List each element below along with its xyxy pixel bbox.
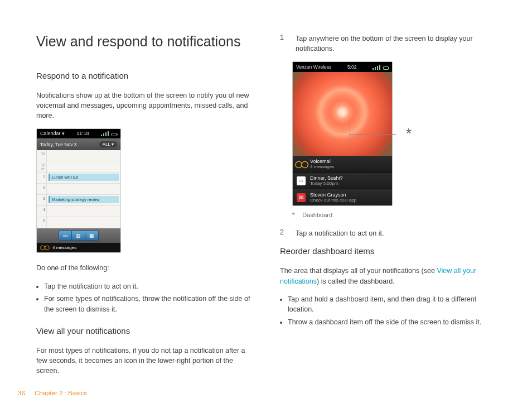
- page-number: 36: [18, 390, 25, 396]
- voicemail-icon: ◯◯: [297, 160, 306, 169]
- dashboard-item-text: Voicemail 4 messages: [310, 159, 334, 169]
- phone1-filter: ALL ▾: [99, 141, 117, 147]
- page-body: View and respond to notifications Respon…: [0, 0, 532, 406]
- list-item: Tap the notification to act on it.: [44, 281, 252, 292]
- page-footer: 36 Chapter 2 : Basics: [18, 390, 87, 396]
- week-icon: ▥: [76, 233, 81, 238]
- phone1-clock: 11:18: [76, 131, 89, 136]
- hour-label: 12pm: [37, 161, 47, 172]
- para-reorder-intro: The area that displays all of your notif…: [280, 266, 496, 286]
- wallpaper-flower-image: [293, 72, 392, 156]
- dashboard-item-text: Dinner, Sushi? Today 5:00pm: [310, 175, 343, 186]
- hour-label: 4: [37, 206, 47, 217]
- para-respond-intro: Notifications show up at the bottom of t…: [36, 90, 252, 121]
- footnote-text: Dashboard: [302, 212, 332, 218]
- calendar-event: Lunch with Ed: [49, 174, 119, 181]
- phone1-app-label: Calendar ▾: [40, 131, 65, 136]
- list-item: Throw a dashboard item off the side of t…: [288, 317, 496, 328]
- hour-label: 2: [37, 184, 47, 194]
- figure-calendar-screenshot: Calendar ▾ 11:18 Today, Tue Nov 3 ALL ▾ …: [36, 128, 121, 253]
- phone1-date-bar: Today, Tue Nov 3 ALL ▾: [37, 138, 120, 150]
- page-title: View and respond to notifications: [36, 33, 252, 50]
- dashboard-item-text: Steven Grayson Check out this cool app: [310, 192, 356, 203]
- footnote: * Dashboard: [292, 212, 496, 218]
- hour-label: 1: [37, 173, 47, 183]
- step-text: Tap anywhere on the bottom of the screen…: [296, 33, 496, 54]
- phone2-carrier: Verizon Wireless: [296, 64, 331, 70]
- para-view-all: For most types of notifications, if you …: [36, 346, 252, 376]
- step-number: 2: [280, 228, 286, 238]
- phone1-statusbar: Calendar ▾ 11:18: [37, 129, 120, 138]
- mail-icon: ✉: [297, 193, 306, 202]
- battery-icon: [112, 133, 117, 136]
- day-view-tab: ▭: [59, 231, 72, 241]
- dashboard-item-calendar: ▭ Dinner, Sushi? Today 5:00pm: [293, 173, 392, 189]
- step-text: Tap a notification to act on it.: [296, 228, 384, 238]
- heading-view-all: View all your notifications: [36, 326, 252, 336]
- phone1-notif-text: 4 messages: [52, 245, 76, 250]
- voicemail-icon: ◯◯: [40, 245, 49, 250]
- month-icon: ▦: [89, 233, 94, 238]
- left-column: View and respond to notifications Respon…: [36, 33, 252, 384]
- heading-reorder: Reorder dashboard items: [280, 246, 496, 256]
- phone1-date: Today, Tue Nov 3: [40, 142, 77, 147]
- hour-label: 3: [37, 195, 47, 205]
- calendar-icon: ▭: [297, 176, 306, 185]
- phone1-notification-bar: ◯◯ 4 messages: [37, 243, 120, 252]
- phone2-statusbar: Verizon Wireless 5:02: [293, 62, 392, 72]
- callout-asterisk: *: [406, 125, 412, 142]
- battery-icon: [383, 66, 389, 70]
- calendar-event: Marketing strategy review: [49, 196, 119, 203]
- phone1-calendar-grid: 11 12pm 1Lunch with Ed 2 3Marketing stra…: [37, 150, 120, 228]
- hour-label: 5: [37, 217, 47, 228]
- dashboard: ◯◯ Voicemail 4 messages ▭ Dinner, Sushi?…: [293, 156, 392, 205]
- hour-label: 11: [37, 150, 47, 161]
- heading-respond: Respond to a notification: [36, 71, 252, 80]
- right-column: 1 Tap anywhere on the bottom of the scre…: [280, 33, 496, 384]
- signal-icon: [373, 65, 389, 70]
- figure-dashboard-screenshot: Verizon Wireless 5:02 ◯◯ Voicemail 4 mes…: [292, 61, 496, 206]
- step-1: 1 Tap anywhere on the bottom of the scre…: [280, 33, 496, 54]
- dashboard-item-message: ✉ Steven Grayson Check out this cool app: [293, 189, 392, 205]
- step-2: 2 Tap a notification to act on it.: [280, 228, 496, 238]
- footnote-symbol: *: [292, 212, 294, 218]
- step-number: 1: [280, 33, 286, 54]
- bullet-list-respond: Tap the notification to act on it. For s…: [36, 281, 252, 315]
- bullet-list-reorder: Tap and hold a dashboard item, and then …: [280, 294, 496, 328]
- day-icon: ▭: [63, 233, 68, 238]
- para-do-one: Do one of the following:: [36, 263, 252, 273]
- phone2-clock: 5:02: [347, 64, 357, 70]
- list-item: For some types of notifications, throw t…: [44, 294, 252, 315]
- dashboard-item-voicemail: ◯◯ Voicemail 4 messages: [293, 156, 392, 173]
- phone1-view-tabs: ▭ ▥ ▦: [37, 228, 120, 243]
- chapter-label: Chapter 2 : Basics: [35, 390, 87, 396]
- list-item: Tap and hold a dashboard item, and then …: [288, 294, 496, 315]
- month-view-tab: ▦: [85, 231, 99, 241]
- signal-icon: [101, 131, 117, 136]
- week-view-tab: ▥: [72, 231, 85, 241]
